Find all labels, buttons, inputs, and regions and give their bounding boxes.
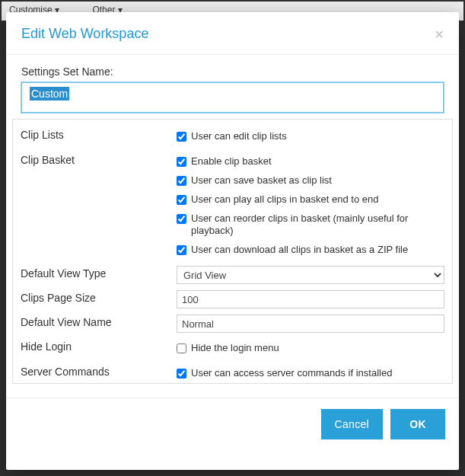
dialog-header: Edit Web Workspace × <box>6 12 459 55</box>
server-commands-label: Server Commands <box>21 363 177 381</box>
default-view-type-label: Default View Type <box>21 264 177 283</box>
clip-basket-zip-input[interactable] <box>177 245 186 255</box>
server-commands-text: User can access server commands if insta… <box>191 367 392 380</box>
clip-basket-save-checkbox[interactable]: User can save basket as clip list <box>177 171 444 190</box>
hide-login-checkbox[interactable]: Hide the login menu <box>177 339 444 358</box>
hide-login-text: Hide the login menu <box>191 342 279 355</box>
clip-lists-edit-input[interactable] <box>177 132 186 142</box>
clip-basket-save-input[interactable] <box>177 176 186 186</box>
clip-basket-reorder-input[interactable] <box>177 214 186 224</box>
default-view-name-input[interactable] <box>177 315 444 333</box>
settings-set-name-label: Settings Set Name: <box>21 65 444 78</box>
clip-basket-reorder-checkbox[interactable]: User can reorder clips in basket (mainly… <box>177 209 444 241</box>
ok-button[interactable]: OK <box>390 409 445 439</box>
clip-basket-save-text: User can save basket as clip list <box>191 174 332 187</box>
settings-set-name-input[interactable]: Custom <box>21 82 444 113</box>
server-commands-input[interactable] <box>177 369 186 379</box>
default-view-name-label: Default View Name <box>21 313 177 331</box>
default-view-type-select[interactable]: Grid View <box>177 266 444 284</box>
clip-basket-label: Clip Basket <box>21 151 177 169</box>
clip-lists-edit-checkbox[interactable]: User can edit clip lists <box>177 127 444 146</box>
clip-basket-zip-checkbox[interactable]: User can download all clips in basket as… <box>177 241 444 260</box>
edit-web-workspace-dialog: Edit Web Workspace × Settings Set Name: … <box>6 12 459 470</box>
hide-login-input[interactable] <box>177 343 186 353</box>
hide-login-label: Hide Login <box>21 337 177 356</box>
clip-basket-play-text: User can play all clips in basket end to… <box>191 193 378 206</box>
clip-lists-edit-text: User can edit clip lists <box>191 130 287 143</box>
clip-lists-label: Clip Lists <box>21 126 177 144</box>
cancel-button[interactable]: Cancel <box>321 409 383 439</box>
settings-panel: Clip Lists User can edit clip lists Clip… <box>12 119 453 384</box>
close-icon[interactable]: × <box>435 27 444 42</box>
settings-set-name-value: Custom <box>30 87 69 101</box>
dialog-body: Settings Set Name: Custom <box>6 55 459 119</box>
clip-basket-play-checkbox[interactable]: User can play all clips in basket end to… <box>177 190 444 209</box>
clip-basket-play-input[interactable] <box>177 195 186 205</box>
dialog-footer: Cancel OK <box>6 398 459 453</box>
server-commands-checkbox[interactable]: User can access server commands if insta… <box>177 364 444 383</box>
clips-page-size-label: Clips Page Size <box>21 289 177 307</box>
clip-basket-zip-text: User can download all clips in basket as… <box>191 244 408 257</box>
dialog-title: Edit Web Workspace <box>21 26 148 42</box>
clip-basket-reorder-text: User can reorder clips in basket (mainly… <box>191 212 444 238</box>
clip-basket-enable-input[interactable] <box>177 157 186 167</box>
clips-page-size-input[interactable] <box>177 290 444 308</box>
clip-basket-enable-checkbox[interactable]: Enable clip basket <box>177 152 444 171</box>
clip-basket-enable-text: Enable clip basket <box>191 155 272 168</box>
settings-scroll[interactable]: Clip Lists User can edit clip lists Clip… <box>13 120 452 383</box>
